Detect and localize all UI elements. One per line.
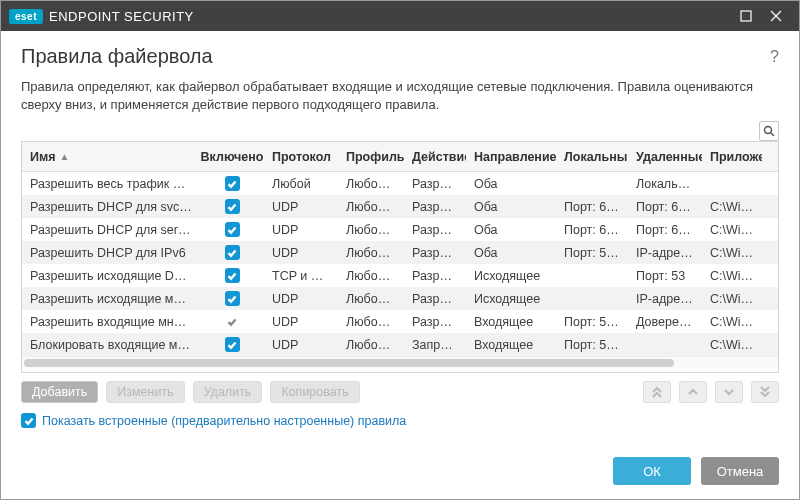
cell-app: C:\Windo [702, 246, 762, 260]
search-button[interactable] [759, 121, 779, 141]
cell-profile: Любой п… [338, 315, 404, 329]
row-enabled-checkbox[interactable] [225, 337, 240, 352]
cell-protocol: UDP [264, 246, 338, 260]
cell-direction: Исходящее [466, 292, 556, 306]
cell-enabled[interactable] [200, 291, 264, 306]
cell-remote: Порт: 53 [628, 269, 702, 283]
table-row[interactable]: Разрешить исходящие мно…UDPЛюбой п…Разре… [22, 287, 778, 310]
col-protocol[interactable]: Протокол [264, 150, 338, 164]
cell-profile: Любой п… [338, 200, 404, 214]
svg-rect-0 [741, 11, 751, 21]
table-body: Разрешить весь трафик на …ЛюбойЛюбой п…Р… [22, 172, 778, 356]
col-local[interactable]: Локальные [556, 150, 628, 164]
cell-action: Разреши… [404, 246, 466, 260]
cell-name: Блокировать входящие мн… [22, 338, 200, 352]
cell-action: Разреши… [404, 200, 466, 214]
move-down-button[interactable] [715, 381, 743, 403]
cell-remote: Локальн… [628, 177, 702, 191]
edit-button[interactable]: Изменить [106, 381, 184, 403]
table-row[interactable]: Разрешить входящие мног…UDPЛюбой п…Разре… [22, 310, 778, 333]
table-row[interactable]: Разрешить DHCP для servic…UDPЛюбой п…Раз… [22, 218, 778, 241]
show-builtin-label[interactable]: Показать встроенные (предварительно наст… [42, 414, 406, 428]
cell-remote: IP-адрес: … [628, 246, 702, 260]
cell-action: Разреши… [404, 315, 466, 329]
show-builtin-checkbox[interactable] [21, 413, 36, 428]
cell-direction: Входящее [466, 315, 556, 329]
cell-protocol: UDP [264, 200, 338, 214]
scrollbar-thumb[interactable] [24, 359, 674, 367]
cell-profile: Любой п… [338, 292, 404, 306]
table-row[interactable]: Разрешить DHCP для svcho…UDPЛюбой п…Разр… [22, 195, 778, 218]
move-bottom-button[interactable] [751, 381, 779, 403]
row-enabled-checkbox[interactable] [225, 222, 240, 237]
cell-protocol: Любой [264, 177, 338, 191]
rules-table: Имя▲ Включено Протокол Профиль Действие … [21, 141, 779, 373]
cell-direction: Оба [466, 177, 556, 191]
cancel-button[interactable]: Отмена [701, 457, 779, 485]
move-top-button[interactable] [643, 381, 671, 403]
col-app[interactable]: Приложе [702, 150, 762, 164]
cell-name: Разрешить весь трафик на … [22, 177, 200, 191]
cell-app: C:\Windo [702, 338, 762, 352]
cell-direction: Оба [466, 200, 556, 214]
cell-local: Порт: 67,68 [556, 223, 628, 237]
cell-enabled[interactable] [200, 268, 264, 283]
row-enabled-checkbox[interactable] [225, 176, 240, 191]
cell-direction: Исходящее [466, 269, 556, 283]
ok-button[interactable]: ОК [613, 457, 691, 485]
cell-enabled[interactable] [200, 176, 264, 191]
cell-enabled[interactable] [200, 314, 264, 329]
row-enabled-checkbox[interactable] [225, 291, 240, 306]
row-enabled-checkbox[interactable] [225, 245, 240, 260]
col-name[interactable]: Имя▲ [22, 150, 200, 164]
brand-badge: eset [9, 9, 43, 24]
cell-protocol: UDP [264, 223, 338, 237]
page-title: Правила файервола [21, 45, 770, 68]
row-enabled-checkbox[interactable] [225, 199, 240, 214]
cell-remote: Порт: 67,68 [628, 223, 702, 237]
cell-enabled[interactable] [200, 337, 264, 352]
cell-name: Разрешить исходящие мно… [22, 292, 200, 306]
delete-button[interactable]: Удалить [193, 381, 263, 403]
cell-remote: Порт: 67,68 [628, 200, 702, 214]
move-up-button[interactable] [679, 381, 707, 403]
cell-direction: Оба [466, 246, 556, 260]
table-row[interactable]: Разрешить весь трафик на …ЛюбойЛюбой п…Р… [22, 172, 778, 195]
cell-name: Разрешить исходящие DNS… [22, 269, 200, 283]
window-close-button[interactable] [761, 1, 791, 31]
page-description: Правила определяют, как файервол обрабат… [21, 78, 779, 113]
sort-asc-icon: ▲ [60, 151, 70, 162]
row-enabled-checkbox[interactable] [225, 314, 240, 329]
cell-direction: Оба [466, 223, 556, 237]
row-enabled-checkbox[interactable] [225, 268, 240, 283]
cell-action: Разреши… [404, 177, 466, 191]
cell-enabled[interactable] [200, 245, 264, 260]
copy-button[interactable]: Копировать [270, 381, 359, 403]
table-row[interactable]: Разрешить DHCP для IPv6UDPЛюбой п…Разреш… [22, 241, 778, 264]
col-remote[interactable]: Удаленные [628, 150, 702, 164]
col-action[interactable]: Действие [404, 150, 466, 164]
cell-profile: Любой п… [338, 338, 404, 352]
col-enabled[interactable]: Включено [200, 150, 264, 164]
cell-app: C:\Windo [702, 269, 762, 283]
col-profile[interactable]: Профиль [338, 150, 404, 164]
cell-enabled[interactable] [200, 222, 264, 237]
table-row[interactable]: Блокировать входящие мн…UDPЛюбой п…Запре… [22, 333, 778, 356]
cell-action: Разреши… [404, 223, 466, 237]
add-button[interactable]: Добавить [21, 381, 98, 403]
horizontal-scrollbar[interactable] [22, 356, 778, 368]
table-row[interactable]: Разрешить исходящие DNS…TCP и UDPЛюбой п… [22, 264, 778, 287]
cell-app: C:\Windo [702, 200, 762, 214]
window-minimize-button[interactable] [731, 1, 761, 31]
cell-remote: IP-адрес: 2… [628, 292, 702, 306]
cell-app: C:\Windo [702, 223, 762, 237]
cell-app: C:\Windo [702, 315, 762, 329]
help-icon[interactable]: ? [770, 48, 779, 66]
cell-action: Разреши… [404, 292, 466, 306]
cell-enabled[interactable] [200, 199, 264, 214]
cell-name: Разрешить DHCP для IPv6 [22, 246, 200, 260]
cell-name: Разрешить DHCP для svcho… [22, 200, 200, 214]
cell-protocol: UDP [264, 338, 338, 352]
window-titlebar: eset ENDPOINT SECURITY [1, 1, 799, 31]
col-direction[interactable]: Направление [466, 150, 556, 164]
